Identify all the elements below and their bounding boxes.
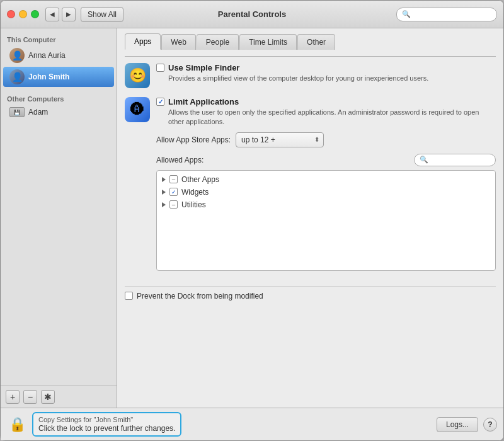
allow-app-store-label: Allow App Store Apps: — [156, 135, 231, 144]
remove-user-button[interactable]: − — [23, 390, 37, 404]
maximize-button[interactable] — [31, 10, 39, 18]
hdd-icon: 💾 — [9, 107, 25, 117]
simple-finder-title: Use Simple Finder — [168, 63, 239, 72]
tab-people[interactable]: People — [197, 34, 239, 50]
titlebar: ◀ ▶ Show All Parental Controls 🔍 — [1, 1, 503, 28]
apps-search-icon: 🔍 — [420, 156, 428, 164]
apps-search-box[interactable]: 🔍 — [414, 154, 496, 166]
add-user-button[interactable]: + — [6, 390, 20, 404]
finder-icon: 😊 — [125, 63, 150, 88]
lock-icon: 🔒 — [9, 416, 26, 433]
widgets-checkbox[interactable] — [169, 188, 178, 196]
close-button[interactable] — [7, 10, 15, 18]
list-item[interactable]: Widgets — [157, 186, 495, 198]
forward-button[interactable]: ▶ — [62, 8, 76, 21]
content-area: This Computer 👤 Anna Auria 👤 John Smith … — [1, 28, 503, 408]
help-button[interactable]: ? — [483, 418, 497, 432]
back-button[interactable]: ◀ — [45, 8, 59, 21]
sidebar-item-john[interactable]: 👤 John Smith — [3, 67, 114, 87]
apps-list: Other Apps Widgets U — [156, 170, 496, 271]
utilities-checkbox[interactable] — [169, 200, 178, 209]
tabs-container: Apps Web People Time Limits Other — [125, 33, 496, 57]
window-title: Parental Controls — [218, 9, 286, 19]
widgets-label: Widgets — [181, 188, 209, 197]
simple-finder-content: Use Simple Finder Provides a simplified … — [156, 63, 496, 83]
other-apps-checkbox[interactable] — [169, 175, 178, 183]
prevent-dock-label: Prevent the Dock from being modified — [137, 292, 263, 301]
utilities-label: Utilities — [181, 200, 206, 209]
anna-name: Anna Auria — [28, 51, 66, 60]
avatar-john: 👤 — [9, 69, 25, 84]
limit-apps-header: Limit Applications — [156, 97, 496, 106]
allow-app-store-row: Allow App Store Apps: up to 12 + ⬍ — [156, 132, 496, 147]
limit-apps-desc: Allows the user to open only the specifi… — [168, 108, 496, 127]
tooltip-box: Copy Settings for "John Smith" Click the… — [32, 412, 181, 437]
chevron-down-icon: ⬍ — [314, 136, 319, 143]
main-panel: Apps Web People Time Limits Other 😊 — [117, 28, 503, 408]
tooltip-text: Click the lock to prevent further change… — [38, 424, 175, 433]
tab-time-limits[interactable]: Time Limits — [239, 34, 297, 50]
search-box[interactable]: 🔍 — [396, 8, 497, 21]
expand-icon — [162, 190, 166, 195]
logs-button[interactable]: Logs... — [437, 417, 478, 432]
john-name: John Smith — [28, 72, 69, 81]
list-item[interactable]: Other Apps — [157, 173, 495, 186]
action-button[interactable]: ✱ — [41, 390, 55, 404]
simple-finder-checkbox[interactable] — [156, 64, 164, 72]
dropdown-value: up to 12 + — [241, 135, 275, 144]
bottom-bar: 🔒 Copy Settings for "John Smith" Click t… — [1, 408, 503, 440]
lock-button[interactable]: 🔒 — [7, 415, 27, 435]
expand-icon — [162, 202, 166, 207]
show-all-button[interactable]: Show All — [81, 7, 123, 22]
nav-controls: ◀ ▶ Show All — [45, 7, 123, 22]
main-window: ◀ ▶ Show All Parental Controls 🔍 This Co… — [0, 0, 504, 441]
other-computers-label: Other Computers — [1, 93, 117, 104]
limit-apps-checkbox[interactable] — [156, 98, 164, 106]
search-input[interactable] — [413, 11, 491, 18]
appstore-icon: 🅐 — [125, 97, 150, 122]
traffic-lights — [7, 10, 39, 18]
this-computer-label: This Computer — [1, 33, 117, 45]
sidebar: This Computer 👤 Anna Auria 👤 John Smith … — [1, 28, 117, 408]
search-icon: 🔍 — [402, 10, 411, 18]
simple-finder-setting: 😊 Use Simple Finder Provides a simplifie… — [125, 63, 496, 88]
limit-apps-setting: 🅐 Limit Applications Allows the user to … — [125, 97, 496, 277]
allowed-apps-header: Allowed Apps: 🔍 — [156, 154, 496, 166]
settings-area: 😊 Use Simple Finder Provides a simplifie… — [125, 57, 496, 408]
other-apps-label: Other Apps — [181, 175, 219, 184]
list-item[interactable]: Utilities — [157, 198, 495, 211]
limit-apps-title: Limit Applications — [168, 97, 239, 106]
tab-apps[interactable]: Apps — [125, 33, 161, 50]
prevent-dock-row: Prevent the Dock from being modified — [125, 286, 496, 306]
simple-finder-desc: Provides a simplified view of the comput… — [168, 74, 496, 83]
simple-finder-header: Use Simple Finder — [156, 63, 496, 72]
apps-search-input[interactable] — [431, 156, 490, 164]
sidebar-item-anna[interactable]: 👤 Anna Auria — [3, 45, 114, 66]
tabs: Apps Web People Time Limits Other — [125, 33, 496, 50]
prevent-dock-checkbox[interactable] — [125, 292, 133, 300]
sidebar-footer: + − ✱ — [1, 386, 117, 408]
allow-app-store-dropdown[interactable]: up to 12 + ⬍ — [236, 132, 324, 147]
expand-icon — [162, 177, 166, 182]
allowed-apps-label: Allowed Apps: — [156, 156, 203, 164]
adam-name: Adam — [28, 108, 48, 117]
bottom-right-buttons: Logs... ? — [437, 417, 497, 432]
tooltip-title: Copy Settings for "John Smith" — [38, 416, 175, 423]
tab-other[interactable]: Other — [297, 34, 335, 50]
allowed-apps-section: Allowed Apps: 🔍 Other App — [156, 154, 496, 271]
minimize-button[interactable] — [19, 10, 27, 18]
tab-web[interactable]: Web — [161, 34, 195, 50]
sidebar-item-adam[interactable]: 💾 Adam — [3, 105, 114, 120]
limit-apps-content: Limit Applications Allows the user to op… — [156, 97, 496, 277]
avatar-anna: 👤 — [9, 48, 25, 63]
